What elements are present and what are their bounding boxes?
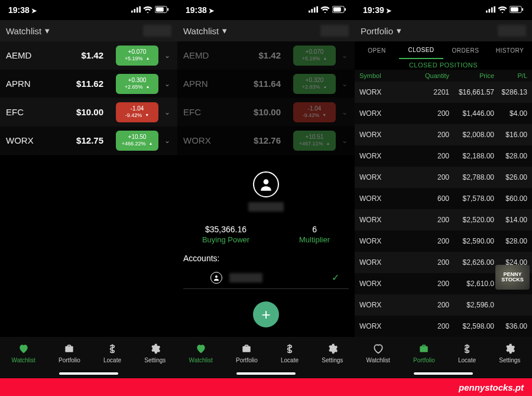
- status-bar: 19:38➤: [0, 0, 177, 20]
- tab-watchlist[interactable]: Watchlist: [366, 343, 390, 363]
- ticker-symbol: AEMD: [6, 50, 48, 60]
- change-abs: +0.070: [128, 48, 147, 56]
- tab-settings[interactable]: Settings: [144, 343, 166, 363]
- screen-2: 19:38➤ Watchlist▾ AEMD $1.42 +0.070 +5.1…: [177, 0, 355, 378]
- svg-rect-2: [137, 7, 138, 12]
- tab-label: Settings: [144, 357, 166, 363]
- chevron-down-icon[interactable]: ⌄: [339, 137, 350, 145]
- status-time: 19:39➤: [363, 5, 391, 15]
- svg-rect-5: [156, 7, 164, 11]
- caret-down-icon: ▾: [397, 25, 401, 36]
- wifi-icon: [143, 5, 153, 15]
- positions-table: WORX2201$16,661.57$286.13WORX200$1,446.0…: [355, 82, 532, 337]
- chevron-down-icon[interactable]: ⌄: [162, 80, 173, 88]
- add-button[interactable]: +: [253, 301, 279, 327]
- tab-label: Watchlist: [189, 357, 213, 363]
- header-dropdown[interactable]: Watchlist▾: [6, 25, 50, 36]
- change-pct: +5.19%: [302, 56, 327, 62]
- ptab-open[interactable]: OPEN: [355, 41, 399, 59]
- table-row[interactable]: WORX600$7,578.00$60.00: [355, 188, 532, 209]
- table-row[interactable]: WORX200$1,446.00$4.00: [355, 103, 532, 124]
- watchlist-row[interactable]: EFC $10.00 -1.04 -9.42% ⌄: [0, 98, 177, 126]
- chevron-down-icon[interactable]: ⌄: [339, 108, 350, 116]
- ticker-symbol: WORX: [6, 135, 48, 145]
- watchlist-row[interactable]: WORX $12.75 +10.50 +466.22% ⌄: [0, 126, 177, 155]
- watchlist-row[interactable]: EFC $10.00 -1.04 -9.42% ⌄: [177, 98, 355, 126]
- svg-rect-3: [139, 7, 141, 13]
- ticker-price: $11.64: [238, 79, 281, 89]
- watchlist-row[interactable]: AEMD $1.42 +0.070 +5.19% ⌄: [0, 41, 177, 70]
- profile-card: $35,366.16Buying Power 6Multiplier Accou…: [177, 155, 355, 289]
- ptab-orders[interactable]: ORDERS: [443, 41, 488, 59]
- tab-label: Locate: [103, 357, 121, 363]
- table-row[interactable]: WORX200$2,008.00$16.00: [355, 124, 532, 145]
- header-title: Portfolio: [361, 26, 393, 36]
- chevron-down-icon[interactable]: ⌄: [162, 108, 173, 116]
- account-row[interactable]: ✓: [183, 267, 349, 289]
- chevron-down-icon[interactable]: ⌄: [339, 80, 350, 88]
- multiplier-value: 6: [312, 225, 317, 234]
- section-title: CLOSED POSITIONS: [355, 59, 532, 70]
- tab-settings[interactable]: Settings: [322, 343, 343, 363]
- chevron-down-icon[interactable]: ⌄: [162, 51, 173, 60]
- tab-portfolio[interactable]: Portfolio: [413, 343, 435, 363]
- status-time: 19:38➤: [186, 5, 214, 15]
- svg-rect-18: [491, 7, 493, 12]
- table-row[interactable]: WORX200$2,188.00$28.00: [355, 145, 532, 167]
- tab-portfolio[interactable]: Portfolio: [59, 343, 80, 363]
- watchlist-row[interactable]: APRN $11.64 +0.320 +2.83% ⌄: [177, 70, 355, 98]
- change-pct: -9.42%: [125, 112, 149, 119]
- ticker-price: $12.75: [61, 135, 103, 145]
- signal-icon: [131, 5, 141, 15]
- tab-locate[interactable]: Locate: [103, 343, 121, 363]
- header-dropdown[interactable]: Watchlist▾: [183, 25, 227, 36]
- watchlist-row[interactable]: WORX $12.76 +10.51 +467.11% ⌄: [177, 126, 355, 155]
- change-pct: +467.11%: [299, 141, 330, 147]
- tab-watchlist[interactable]: Watchlist: [12, 343, 35, 363]
- watchlist-row[interactable]: AEMD $1.42 +0.070 +5.19% ⌄: [177, 41, 355, 70]
- check-icon: ✓: [332, 272, 339, 283]
- svg-point-15: [215, 275, 218, 278]
- tab-watchlist[interactable]: Watchlist: [189, 343, 213, 363]
- status-bar: 19:38➤: [177, 0, 355, 20]
- page-header: Watchlist▾: [0, 20, 177, 41]
- tab-locate[interactable]: Locate: [458, 343, 476, 363]
- location-icon: ➤: [386, 7, 391, 14]
- tab-settings[interactable]: Settings: [499, 343, 520, 363]
- header-account-redacted: [143, 25, 171, 37]
- tab-portfolio[interactable]: Portfolio: [236, 343, 258, 363]
- chevron-down-icon[interactable]: ⌄: [339, 51, 350, 60]
- location-icon: ➤: [31, 7, 37, 14]
- table-row[interactable]: WORX200$2,590.00$28.00: [355, 231, 532, 252]
- screen-3: 19:39➤ Portfolio▾ OPENCLOSEDORDERSHISTOR…: [355, 0, 532, 378]
- change-abs: +0.070: [306, 48, 324, 56]
- ptab-history[interactable]: HISTORY: [488, 41, 532, 59]
- ptab-closed[interactable]: CLOSED: [399, 41, 443, 59]
- header-account-redacted: [320, 25, 349, 37]
- signal-icon: [309, 5, 318, 15]
- tab-label: Settings: [499, 357, 520, 363]
- buying-power-label: Buying Power: [202, 235, 249, 244]
- table-row[interactable]: WORX200$2,596.0: [355, 294, 532, 316]
- table-row[interactable]: WORX200$2,598.00$36.00: [355, 316, 532, 337]
- table-row[interactable]: WORX200$2,788.00$26.00: [355, 167, 532, 188]
- table-row[interactable]: WORX200$2,520.00$14.00: [355, 209, 532, 231]
- ticker-symbol: AEMD: [183, 50, 226, 60]
- battery-icon: [332, 5, 346, 15]
- ticker-symbol: APRN: [6, 79, 48, 89]
- header-dropdown[interactable]: Portfolio▾: [361, 25, 401, 36]
- change-abs: +0.300: [128, 77, 147, 84]
- tab-locate[interactable]: Locate: [281, 343, 299, 363]
- portfolio-tabs: OPENCLOSEDORDERSHISTORY: [355, 41, 532, 59]
- ticker-price: $11.62: [61, 79, 103, 89]
- table-row[interactable]: WORX2201$16,661.57$286.13: [355, 82, 532, 103]
- svg-rect-0: [131, 11, 133, 13]
- chevron-down-icon[interactable]: ⌄: [162, 137, 173, 145]
- change-abs: -1.04: [131, 105, 144, 112]
- accounts-label: Accounts:: [183, 254, 219, 263]
- wifi-icon: [320, 5, 330, 15]
- change-abs: +10.50: [128, 134, 147, 141]
- watchlist-row[interactable]: APRN $11.62 +0.300 +2.65% ⌄: [0, 70, 177, 98]
- tab-label: Locate: [281, 357, 299, 363]
- penny-stocks-badge: PENNYSTOCKS: [495, 265, 530, 290]
